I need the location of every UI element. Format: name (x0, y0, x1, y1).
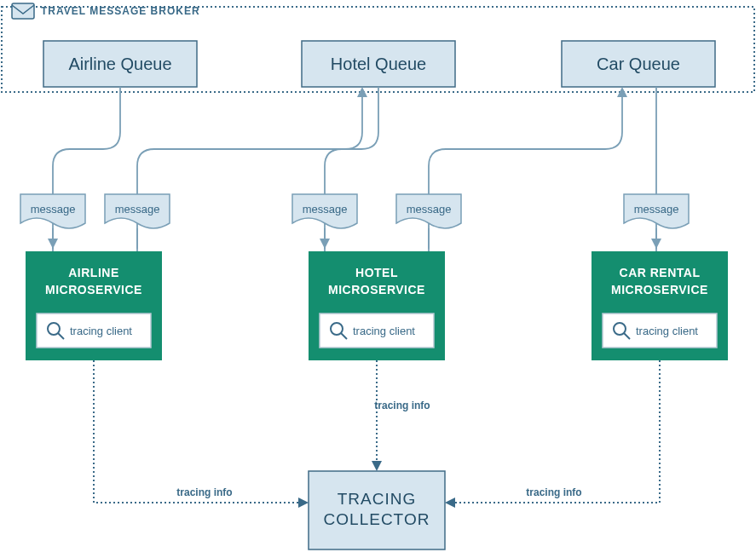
svg-marker-28 (372, 461, 382, 471)
message-label: message (634, 203, 679, 216)
svg-rect-1 (12, 3, 34, 19)
service-hotel: HOTEL MICROSERVICE tracing client (309, 251, 445, 360)
architecture-diagram: TRAVEL MESSAGE BROKER Airline Queue Hote… (0, 0, 756, 558)
svg-marker-30 (445, 498, 455, 508)
tracing-collector: TRACING COLLECTOR (309, 471, 445, 549)
message-hotel-in: message (292, 194, 357, 228)
svg-marker-29 (298, 498, 309, 508)
message-airline-in: message (20, 194, 85, 228)
message-label: message (407, 203, 452, 216)
tracing-client-car: tracing client (603, 314, 717, 348)
tracing-client-label: tracing client (353, 325, 415, 337)
service-hotel-title1: HOTEL (355, 266, 398, 279)
service-car-title2: MICROSERVICE (611, 283, 708, 296)
service-car-title1: CAR RENTAL (620, 266, 701, 279)
svg-marker-6 (357, 87, 367, 97)
message-label: message (31, 203, 76, 216)
trace-label-hotel: tracing info (374, 400, 430, 411)
service-airline-title1: AIRLINE (68, 266, 119, 279)
queue-airline-label: Airline Queue (68, 55, 171, 73)
message-airline-out: message (105, 194, 170, 228)
service-airline: AIRLINE MICROSERVICE tracing client (26, 251, 162, 360)
envelope-icon (12, 3, 34, 19)
service-car: CAR RENTAL MICROSERVICE tracing client (592, 251, 728, 360)
queue-airline: Airline Queue (43, 41, 197, 87)
queue-car-label: Car Queue (597, 55, 680, 73)
collector-line2: COLLECTOR (324, 510, 430, 528)
queue-car: Car Queue (562, 41, 715, 87)
message-label: message (115, 203, 160, 216)
trace-car-collector (452, 360, 660, 503)
trace-label-car: tracing info (526, 486, 581, 498)
queue-hotel: Hotel Queue (302, 41, 455, 87)
queue-hotel-label: Hotel Queue (331, 55, 426, 73)
collector-line1: TRACING (338, 490, 417, 508)
service-airline-title2: MICROSERVICE (45, 283, 142, 296)
message-car-in: message (624, 194, 689, 228)
trace-label-airline: tracing info (176, 486, 232, 498)
service-hotel-title2: MICROSERVICE (328, 283, 425, 296)
tracing-client-airline: tracing client (37, 314, 151, 348)
trace-airline-collector (94, 360, 302, 503)
tracing-client-label: tracing client (70, 325, 132, 337)
broker-label: TRAVEL MESSAGE BROKER (41, 5, 200, 17)
svg-marker-8 (617, 87, 627, 97)
tracing-client-hotel: tracing client (320, 314, 434, 348)
message-label: message (303, 203, 348, 216)
message-hotel-out: message (396, 194, 461, 228)
tracing-client-label: tracing client (636, 325, 698, 337)
